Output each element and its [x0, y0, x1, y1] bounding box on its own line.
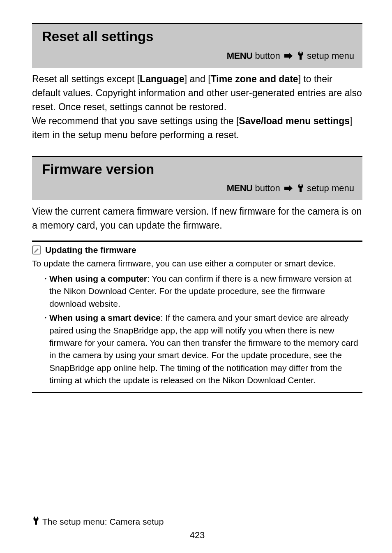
section-header: Firmware version MENU button setup menu	[32, 156, 362, 201]
setup-menu-label: setup menu	[304, 183, 354, 193]
tip-intro: To update the camera firmware, you can u…	[32, 257, 362, 270]
wrench-icon	[33, 516, 39, 527]
tip-list-item: When using a smart device: If the camera…	[41, 312, 362, 387]
menu-label: MENU	[227, 183, 253, 193]
wrench-icon	[297, 184, 304, 194]
tip-heading-text: Updating the firmware	[45, 245, 136, 255]
arrow-right-icon	[284, 183, 293, 194]
arrow-right-icon	[284, 51, 293, 62]
section-firmware-version: Firmware version MENU button setup menu …	[32, 156, 362, 233]
setup-menu-label: setup menu	[304, 51, 354, 61]
pencil-icon	[32, 245, 41, 255]
tip-list-item: When using a computer: You can confirm i…	[41, 273, 362, 310]
menu-breadcrumb: MENU button setup menu	[42, 183, 354, 194]
section-header: Reset all settings MENU button setup men…	[32, 23, 362, 68]
section-body: View the current camera firmware version…	[32, 204, 362, 232]
button-word: button	[252, 51, 282, 61]
tip-list: When using a computer: You can confirm i…	[32, 273, 362, 387]
page-footer: The setup menu: Camera setup 423	[32, 512, 362, 541]
tip-heading: Updating the firmware	[32, 245, 362, 255]
footer-title: The setup menu: Camera setup	[42, 517, 164, 527]
wrench-icon	[297, 51, 304, 62]
section-body: Reset all settings except [Language] and…	[32, 72, 362, 142]
tip-box: Updating the firmware To update the came…	[32, 241, 362, 393]
menu-breadcrumb: MENU button setup menu	[42, 51, 354, 62]
section-title: Reset all settings	[42, 28, 354, 45]
page-number: 423	[32, 530, 362, 541]
menu-label: MENU	[227, 51, 253, 61]
footer-breadcrumb: The setup menu: Camera setup	[32, 516, 362, 527]
section-reset-all-settings: Reset all settings MENU button setup men…	[32, 23, 362, 142]
section-title: Firmware version	[42, 161, 354, 178]
button-word: button	[252, 183, 282, 193]
